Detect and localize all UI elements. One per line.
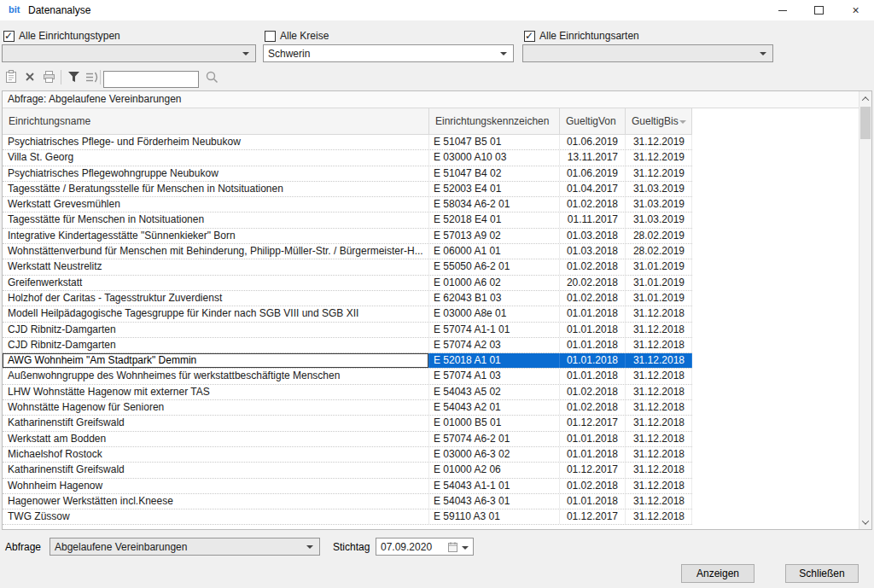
table-row[interactable]: Wohnstättenverbund für Menschen mit Behi… [3, 244, 692, 259]
table-cell-bis[interactable]: 31.03.2019 [626, 212, 692, 227]
table-cell-von[interactable]: 01.01.2018 [560, 323, 626, 337]
checkbox-box[interactable] [265, 31, 276, 42]
table-cell-name[interactable]: Katharinenstift Greifswald [3, 463, 429, 477]
table-cell-bis[interactable]: 31.12.2018 [626, 306, 692, 321]
kreis-dropdown[interactable]: Schwerin [263, 44, 514, 62]
table-row[interactable]: Wohnheim HagenowE 54043 A1-1 0101.02.201… [3, 479, 692, 494]
table-row[interactable]: TWG ZüssowE 59110 A3 0101.12.201731.12.2… [3, 509, 692, 525]
table-cell-bis[interactable]: 31.12.2018 [626, 369, 692, 383]
table-cell-kennzeichen[interactable]: E 57074 A1 03 [429, 369, 560, 383]
table-cell-von[interactable]: 01.04.2017 [560, 182, 626, 196]
table-cell-bis[interactable]: 31.12.2019 [626, 150, 692, 165]
table-row[interactable]: Michaelshof RostockE 03000 A6-3 0201.01.… [3, 447, 692, 463]
table-cell-kennzeichen[interactable]: E 51047 B5 01 [429, 135, 560, 149]
table-cell-bis[interactable]: 31.12.2018 [626, 385, 692, 399]
table-cell-von[interactable]: 13.11.2017 [560, 150, 626, 165]
table-cell-bis[interactable]: 31.03.2019 [626, 182, 692, 196]
column-header-einrichtungsname[interactable]: Einrichtungsname [3, 108, 429, 135]
table-cell-name[interactable]: TWG Züssow [3, 509, 429, 524]
table-row[interactable]: Villa St. GeorgE 03000 A10 0313.11.20173… [3, 150, 692, 166]
table-cell-bis[interactable]: 31.12.2018 [626, 509, 692, 524]
table-row[interactable]: Tagesstätte für Menschen in Notsituation… [3, 212, 692, 228]
checkbox-box[interactable] [3, 31, 15, 42]
table-row[interactable]: CJD Ribnitz-DamgartenE 57074 A1-1 0101.0… [3, 323, 692, 338]
table-cell-name[interactable]: CJD Ribnitz-Damgarten [3, 323, 429, 337]
table-cell-name[interactable]: AWG Wohnheim "Am Stadtpark" Demmin [3, 353, 429, 368]
table-cell-von[interactable]: 01.03.2018 [560, 244, 626, 259]
table-row[interactable]: Integrative Kindertagesstätte "Sünnenkie… [3, 229, 692, 244]
maximize-button[interactable] [801, 0, 837, 20]
table-cell-von[interactable]: 01.01.2018 [560, 432, 626, 446]
table-cell-kennzeichen[interactable]: E 03000 A8e 01 [429, 306, 560, 321]
table-cell-bis[interactable]: 31.12.2018 [626, 447, 692, 462]
table-cell-bis[interactable]: 31.12.2019 [626, 135, 692, 149]
table-cell-bis[interactable]: 31.12.2018 [626, 338, 692, 352]
table-cell-kennzeichen[interactable]: E 52003 E4 01 [429, 182, 560, 196]
schliessen-button[interactable]: Schließen [785, 564, 859, 583]
table-cell-von[interactable]: 01.02.2018 [560, 479, 626, 493]
table-cell-kennzeichen[interactable]: E 62043 B1 03 [429, 291, 560, 306]
table-row[interactable]: Wohnstätte Hagenow für SeniorenE 54043 A… [3, 400, 692, 416]
table-cell-von[interactable]: 01.12.2017 [560, 509, 626, 524]
abfrage-dropdown[interactable]: Abgelaufene Vereinbarungen [50, 538, 320, 556]
table-cell-kennzeichen[interactable]: E 54043 A6-3 01 [429, 494, 560, 509]
close-button[interactable]: × [837, 0, 874, 20]
table-cell-von[interactable]: 01.02.2018 [560, 400, 626, 415]
table-cell-name[interactable]: Werkstatt Grevesmühlen [3, 197, 429, 212]
checkbox-box[interactable] [524, 31, 535, 42]
table-cell-von[interactable]: 01.06.2019 [560, 166, 626, 181]
table-cell-von[interactable]: 01.01.2018 [560, 494, 626, 509]
table-cell-name[interactable]: LHW Wohnstätte Hagenow mit externer TAS [3, 385, 429, 399]
table-cell-bis[interactable]: 31.12.2018 [626, 416, 692, 430]
search-button[interactable] [203, 68, 220, 85]
table-cell-von[interactable]: 01.01.2018 [560, 306, 626, 321]
table-cell-bis[interactable]: 31.12.2018 [626, 353, 692, 368]
column-header-einrichtungskennzeichen[interactable]: Einrichtungskennzeichen [429, 108, 560, 135]
table-cell-kennzeichen[interactable]: E 52018 E4 01 [429, 212, 560, 227]
checkbox-alle-einrichtungstypen[interactable]: Alle Einrichtungstypen [3, 30, 120, 42]
table-row[interactable]: AWG Wohnheim "Am Stadtpark" DemminE 5201… [3, 353, 692, 369]
table-cell-name[interactable]: CJD Ribnitz-Damgarten [3, 338, 429, 352]
table-cell-name[interactable]: Greifenwerkstatt [3, 276, 429, 290]
checkbox-alle-einrichtungsarten[interactable]: Alle Einrichtungsarten [524, 30, 639, 42]
table-cell-kennzeichen[interactable]: E 58034 A6-2 01 [429, 197, 560, 212]
table-cell-bis[interactable]: 28.02.2019 [626, 244, 692, 259]
table-cell-name[interactable]: Holzhof der Caritas - Tagesstruktur Zuve… [3, 291, 429, 306]
search-input[interactable] [103, 71, 199, 88]
scroll-down-button[interactable] [859, 515, 871, 528]
table-cell-name[interactable]: Hagenower Werkstätten incl.Kneese [3, 494, 429, 509]
table-row[interactable]: Psychiatrisches Pflegewohngruppe Neubuko… [3, 166, 692, 182]
table-cell-name[interactable]: Tagesstätte für Menschen in Notsituation… [3, 212, 429, 227]
table-cell-bis[interactable]: 31.12.2018 [626, 463, 692, 477]
table-cell-bis[interactable]: 31.12.2019 [626, 166, 692, 181]
table-row[interactable]: Holzhof der Caritas - Tagesstruktur Zuve… [3, 291, 692, 306]
anzeigen-button[interactable]: Anzeigen [681, 564, 755, 583]
table-row[interactable]: Werkstatt NeustrelitzE 55050 A6-2 0101.0… [3, 259, 692, 275]
table-cell-von[interactable]: 01.01.2018 [560, 369, 626, 383]
table-row[interactable]: CJD Ribnitz-DamgartenE 57074 A2 0301.01.… [3, 338, 692, 353]
vertical-scrollbar[interactable] [859, 91, 871, 529]
table-cell-bis[interactable]: 31.12.2018 [626, 323, 692, 337]
table-row[interactable]: Katharinenstift GreifswaldE 01000 B5 010… [3, 416, 692, 431]
table-cell-kennzeichen[interactable]: E 01000 A6 02 [429, 276, 560, 290]
table-cell-kennzeichen[interactable]: E 57074 A6-2 01 [429, 432, 560, 446]
table-cell-bis[interactable]: 31.01.2019 [626, 259, 692, 274]
checkbox-alle-kreise[interactable]: Alle Kreise [265, 30, 329, 42]
table-cell-kennzeichen[interactable]: E 54043 A1-1 01 [429, 479, 560, 493]
table-cell-von[interactable]: 01.02.2018 [560, 259, 626, 274]
table-cell-von[interactable]: 01.03.2018 [560, 229, 626, 243]
table-cell-kennzeichen[interactable]: E 57074 A1-1 01 [429, 323, 560, 337]
table-cell-von[interactable]: 20.02.2018 [560, 276, 626, 290]
table-cell-kennzeichen[interactable]: E 01000 B5 01 [429, 416, 560, 430]
table-row[interactable]: Tagesstätte / Beratungsstelle für Mensch… [3, 182, 692, 197]
table-row[interactable]: Außenwohngruppe des Wohnheimes für werks… [3, 369, 692, 384]
filter-button[interactable] [65, 68, 82, 85]
table-cell-kennzeichen[interactable]: E 06000 A1 01 [429, 244, 560, 259]
table-cell-name[interactable]: Psychiatrisches Pflege- und Förderheim N… [3, 135, 429, 149]
table-cell-kennzeichen[interactable]: E 52018 A1 01 [429, 353, 560, 368]
table-cell-von[interactable]: 01.01.2018 [560, 353, 626, 368]
table-cell-name[interactable]: Wohnheim Hagenow [3, 479, 429, 493]
table-cell-von[interactable]: 01.12.2017 [560, 416, 626, 430]
table-row[interactable]: Modell Heilpädagogische Tagesgruppe für … [3, 306, 692, 322]
table-cell-name[interactable]: Tagesstätte / Beratungsstelle für Mensch… [3, 182, 429, 196]
